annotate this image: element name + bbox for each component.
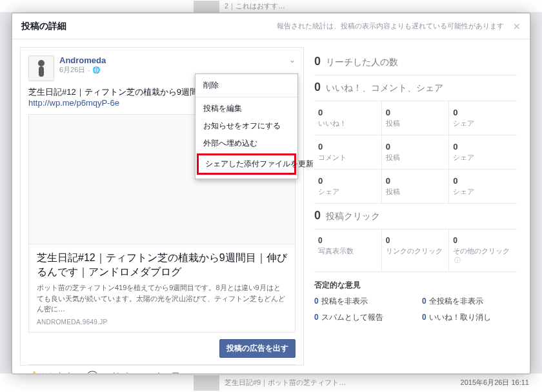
menu-embed[interactable]: 外部へ埋め込む bbox=[196, 135, 297, 152]
share-icon: ↪ bbox=[146, 371, 153, 373]
attachment-domain: ANDROMEDA.9649.JP bbox=[37, 318, 287, 326]
engagement-number: 0 bbox=[314, 81, 321, 93]
negative-title: 否定的な意見 bbox=[314, 280, 517, 291]
menu-separator bbox=[196, 97, 297, 97]
post-date[interactable]: 6月26日 bbox=[59, 65, 85, 75]
stat-cell: 0投稿 bbox=[382, 101, 450, 135]
engagement-row-0: 0いいね！ 0投稿 0シェア bbox=[314, 101, 517, 135]
stat-cell: 0シェア bbox=[449, 170, 517, 203]
like-label: いいね！ bbox=[42, 370, 73, 373]
thumbnail bbox=[194, 1, 219, 12]
like-button[interactable]: 👍 いいね！ bbox=[28, 370, 73, 373]
post-header: Andromeda 6月26日 · 🌐 ⌄ 削除 投稿を編集 お知らせをオフにす… bbox=[28, 55, 296, 81]
thumbs-up-icon: 👍 bbox=[28, 371, 39, 373]
negative-item: 0投稿を非表示 bbox=[314, 296, 409, 307]
background-list-row-top: 2｜これはおすす… bbox=[0, 0, 542, 13]
negative-item: 0スパムとして報告 bbox=[314, 312, 409, 323]
modal-body: Andromeda 6月26日 · 🌐 ⌄ 削除 投稿を編集 お知らせをオフにす… bbox=[12, 39, 530, 373]
promote-row: 投稿の広告を出す bbox=[28, 339, 296, 358]
engagement-header: 0 いいね！、コメント、シェア bbox=[314, 75, 517, 101]
negative-item: 0全投稿を非表示 bbox=[422, 296, 517, 307]
share-button[interactable]: ↪ シェア bbox=[146, 370, 179, 373]
svg-point-0 bbox=[38, 60, 45, 66]
stat-cell: 0シェア bbox=[314, 170, 382, 203]
author-link[interactable]: Andromeda bbox=[59, 55, 106, 65]
chevron-down-icon[interactable]: ⌄ bbox=[289, 55, 296, 64]
avatar-icon bbox=[35, 59, 48, 78]
reach-number: 0 bbox=[314, 55, 321, 68]
share-label: シェア bbox=[156, 370, 179, 373]
highlighted-menu-box: シェアした添付ファイルを更新 bbox=[197, 153, 296, 175]
menu-delete[interactable]: 削除 bbox=[196, 77, 297, 94]
menu-notif-off[interactable]: お知らせをオフにする bbox=[196, 117, 297, 135]
engagement-row-2: 0シェア 0投稿 0シェア bbox=[314, 170, 517, 204]
stat-cell: 0いいね！ bbox=[314, 101, 382, 135]
clicks-row: 0写真表示数 0リンクのクリック 0その他のクリックⓘ bbox=[314, 230, 517, 272]
clicks-number: 0 bbox=[314, 209, 321, 222]
globe-icon[interactable]: 🌐 bbox=[92, 66, 100, 74]
avatar[interactable] bbox=[28, 55, 54, 81]
click-cell: 0その他のクリックⓘ bbox=[449, 230, 517, 271]
svg-rect-1 bbox=[39, 66, 44, 77]
post-preview: Andromeda 6月26日 · 🌐 ⌄ 削除 投稿を編集 お知らせをオフにす… bbox=[20, 47, 304, 366]
post-actions: 👍 いいね！ 💬 コメント ↪ シェア bbox=[28, 364, 296, 373]
promote-button[interactable]: 投稿の広告を出す bbox=[219, 339, 296, 358]
background-list-row-bottom: 芝生日記#9｜ポット苗の芝ティフト… 2015年6月26日 16:11 bbox=[0, 373, 542, 392]
menu-refresh-attachment[interactable]: シェアした添付ファイルを更新 bbox=[199, 155, 294, 173]
stat-cell: 0コメント bbox=[314, 135, 382, 169]
engagement-label: いいね！、コメント、シェア bbox=[326, 83, 443, 93]
click-cell: 0写真表示数 bbox=[314, 230, 382, 271]
stat-cell: 0投稿 bbox=[382, 170, 450, 203]
bg-top-text: 2｜これはおすす… bbox=[225, 1, 285, 11]
negative-grid: 0投稿を非表示 0全投稿を非表示 0スパムとして報告 0いいね！取り消し bbox=[314, 296, 517, 323]
stat-cell: 0シェア bbox=[449, 135, 517, 169]
reach-header: 0 リーチした人の数 bbox=[314, 50, 517, 75]
attachment-description: ポット苗の芝ティフトン419を植えてから9週間目です。8月とは違い9月はとても良… bbox=[37, 282, 287, 315]
post-details-modal: 投稿の詳細 報告された統計は、投稿の表示内容よりも遅れている可能性があります ✕… bbox=[12, 13, 530, 374]
modal-title: 投稿の詳細 bbox=[21, 21, 66, 32]
post-options-menu: 削除 投稿を編集 お知らせをオフにする 外部へ埋め込む シェアした添付ファイルを… bbox=[195, 74, 298, 179]
stat-cell: 0シェア bbox=[449, 101, 517, 135]
comment-button[interactable]: 💬 コメント bbox=[87, 370, 132, 373]
click-cell: 0リンクのクリック bbox=[382, 230, 450, 271]
bg-bottom-time: 2015年6月26日 16:11 bbox=[461, 378, 529, 387]
modal-subtitle: 報告された統計は、投稿の表示内容よりも遅れている可能性があります bbox=[277, 21, 504, 31]
engagement-row-1: 0コメント 0投稿 0シェア bbox=[314, 135, 517, 170]
modal-header: 投稿の詳細 報告された統計は、投稿の表示内容よりも遅れている可能性があります ✕ bbox=[12, 14, 530, 39]
stats-panel: 0 リーチした人の数 0 いいね！、コメント、シェア 0いいね！ 0投稿 0シェ… bbox=[314, 47, 522, 366]
reach-label: リーチした人の数 bbox=[326, 57, 398, 67]
attachment-title: 芝生日記#12｜ティフトン芝の植栽から9週間目｜伸びるんです｜アンドロメダブログ bbox=[37, 251, 287, 279]
bg-bottom-text: 芝生日記#9｜ポット苗の芝ティフト… bbox=[225, 378, 346, 387]
info-icon[interactable]: ⓘ bbox=[454, 257, 461, 264]
attachment-body: 芝生日記#12｜ティフトン芝の植栽から9週間目｜伸びるんです｜アンドロメダブログ… bbox=[29, 244, 295, 332]
comment-icon: 💬 bbox=[87, 371, 97, 373]
clicks-label: 投稿クリック bbox=[326, 211, 380, 221]
stat-cell: 0投稿 bbox=[382, 135, 450, 169]
clicks-header: 0 投稿クリック bbox=[314, 204, 517, 230]
menu-edit[interactable]: 投稿を編集 bbox=[196, 100, 297, 117]
comment-label: コメント bbox=[101, 370, 132, 373]
negative-item: 0いいね！取り消し bbox=[422, 312, 517, 323]
close-icon[interactable]: ✕ bbox=[513, 21, 521, 32]
thumbnail bbox=[194, 375, 219, 391]
post-date-row: 6月26日 · 🌐 bbox=[59, 65, 106, 75]
